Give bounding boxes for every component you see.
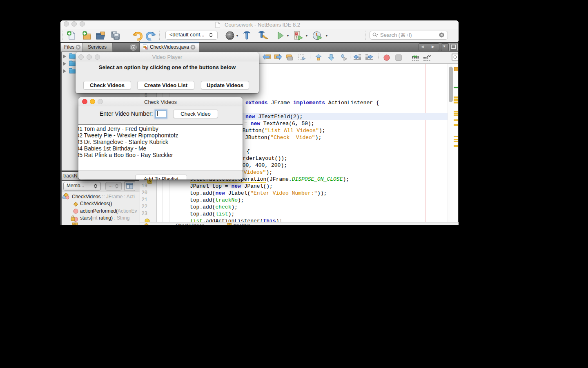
svg-text:3: 3 — [296, 36, 298, 39]
